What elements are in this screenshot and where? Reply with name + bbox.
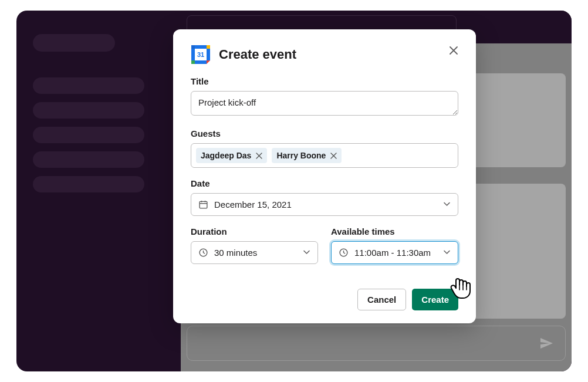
send-icon [539,336,553,350]
available-times-label: Available times [331,227,458,236]
sidebar-item-placeholder [33,151,144,168]
sidebar [16,11,181,371]
clock-icon [198,248,208,258]
sidebar-item-placeholder [33,176,144,192]
close-icon [330,153,337,159]
title-input[interactable] [191,91,458,116]
calendar-icon [198,200,208,209]
google-calendar-icon: 31 [191,45,211,65]
modal-title: Create event [219,47,296,62]
create-button[interactable]: Create [412,289,458,310]
duration-value: 30 minutes [214,248,257,258]
guest-chip: Harry Boone [272,148,342,163]
duration-label: Duration [191,227,318,236]
chevron-down-icon [303,248,310,258]
svg-rect-2 [191,49,195,60]
available-times-group: Available times 11:00am - 11:30am [331,227,458,264]
guest-chip-label: Harry Boone [276,151,326,160]
available-times-value: 11:00am - 11:30am [354,248,431,258]
sidebar-item-placeholder [33,127,144,143]
modal-header: 31 Create event [191,45,458,65]
guests-group: Guests Jagdeep Das Harry Boone [191,129,458,168]
svg-rect-3 [207,49,210,60]
svg-rect-7 [207,45,210,49]
svg-rect-5 [195,60,207,64]
svg-text:31: 31 [197,51,204,58]
available-times-select[interactable]: 11:00am - 11:30am [331,241,458,264]
remove-guest-button[interactable] [330,153,337,159]
compose-box[interactable] [187,326,566,361]
svg-rect-8 [191,60,195,64]
title-group: Title [191,76,458,118]
sidebar-item-placeholder [33,77,144,94]
chevron-down-icon [443,248,451,258]
duration-group: Duration 30 minutes [191,227,318,264]
sidebar-workspace-placeholder [33,34,115,52]
date-group: Date December 15, 2021 [191,178,458,216]
guests-label: Guests [191,129,458,138]
chevron-down-icon [443,200,451,209]
cancel-button[interactable]: Cancel [357,289,406,310]
create-event-modal: 31 Create event Title Guests Jagdeep Das… [173,29,476,323]
svg-rect-6 [191,45,195,49]
svg-rect-10 [200,201,207,208]
date-label: Date [191,178,458,188]
duration-select[interactable]: 30 minutes [191,241,318,264]
modal-footer: Cancel Create [191,289,458,310]
guest-chip-label: Jagdeep Das [201,151,251,160]
guest-chip: Jagdeep Das [196,148,267,163]
date-value: December 15, 2021 [214,200,292,209]
guests-input[interactable]: Jagdeep Das Harry Boone [191,143,458,168]
date-select[interactable]: December 15, 2021 [191,193,458,216]
clock-icon [339,248,349,258]
remove-guest-button[interactable] [256,153,262,159]
title-label: Title [191,76,458,86]
sidebar-item-placeholder [33,102,144,119]
close-button[interactable] [447,43,461,58]
svg-rect-4 [195,45,207,49]
close-icon [256,153,262,159]
close-icon [449,46,458,55]
